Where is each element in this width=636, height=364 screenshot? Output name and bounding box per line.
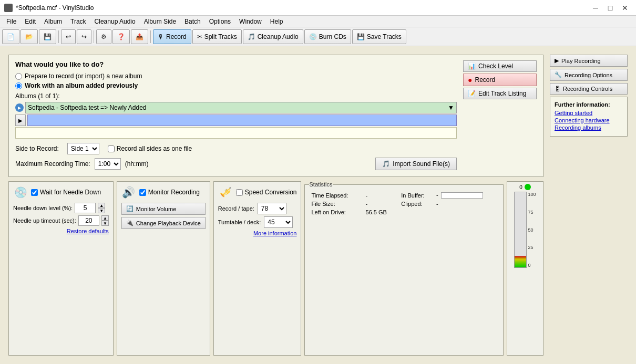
album-row-3 bbox=[15, 127, 457, 139]
record-tab-button[interactable]: 🎙 Record bbox=[153, 29, 191, 44]
albums-section: Albums (1 of 1): ▶ Softpedia - Softpedia… bbox=[15, 92, 457, 139]
menu-window[interactable]: Window bbox=[235, 16, 266, 27]
menu-options[interactable]: Options bbox=[205, 16, 235, 27]
needle-panel: 💿 Wait for Needle Down Needle down level… bbox=[8, 181, 114, 356]
recording-controls-button[interactable]: 🎛 Recording Controls bbox=[550, 83, 628, 95]
getting-started-link[interactable]: Getting started bbox=[555, 110, 623, 116]
record-all-sides-checkbox[interactable] bbox=[108, 145, 115, 152]
work-with-radio-option[interactable]: Work with an album added previously bbox=[15, 82, 457, 89]
needle-level-down[interactable]: ▼ bbox=[98, 208, 105, 213]
work-with-label: Work with an album added previously bbox=[25, 82, 138, 89]
monitor-recording-text: Monitor Recording bbox=[148, 189, 200, 196]
wait-needle-label[interactable]: Wait for Needle Down bbox=[31, 189, 101, 196]
record-tab-icon: 🎙 bbox=[158, 33, 164, 40]
needle-timeout-down[interactable]: ▼ bbox=[101, 221, 109, 226]
turntable-select[interactable]: 45 33 78 bbox=[264, 216, 293, 228]
main-content: What would you like to do? Prepare to re… bbox=[0, 46, 636, 364]
album-dropdown[interactable]: Softpedia - Softpedia test => Newly Adde… bbox=[25, 102, 457, 113]
action-questions: What would you like to do? Prepare to re… bbox=[15, 60, 457, 171]
minimize-button[interactable]: ─ bbox=[589, 3, 602, 13]
restore-defaults-link[interactable]: Restore defaults bbox=[13, 228, 109, 234]
side-select[interactable]: Side 1 Side 2 bbox=[67, 143, 99, 154]
side-label: Side to Record: bbox=[15, 145, 59, 152]
burn-label: Burn CDs bbox=[319, 33, 346, 40]
edit-track-listing-button[interactable]: 📝 Edit Track Listing bbox=[463, 88, 537, 99]
needle-timeout-up[interactable]: ▲ bbox=[101, 215, 109, 221]
connecting-hardware-link[interactable]: Connecting hardware bbox=[555, 117, 623, 123]
wait-needle-checkbox[interactable] bbox=[31, 189, 38, 196]
recording-options-button[interactable]: 🔧 Recording Options bbox=[550, 69, 628, 81]
monitor-recording-checkbox[interactable] bbox=[139, 189, 146, 196]
change-playback-device-button[interactable]: 🔌 Change Playback Device bbox=[121, 217, 206, 229]
save-button[interactable]: 💾 bbox=[39, 29, 56, 44]
action-title: What would you like to do? bbox=[15, 60, 457, 68]
record-tape-select[interactable]: 78 45 33 bbox=[258, 203, 286, 214]
record-all-sides-text: Record all sides as one file bbox=[117, 145, 192, 152]
menu-album[interactable]: Album bbox=[40, 16, 66, 27]
record-tape-row: Record / tape: 78 45 33 bbox=[218, 203, 297, 214]
undo-button[interactable]: ↩ bbox=[61, 29, 76, 44]
export-button[interactable]: 📤 bbox=[131, 29, 148, 44]
help-button[interactable]: ❓ bbox=[112, 29, 130, 44]
vu-scale-25: 25 bbox=[528, 245, 536, 250]
maximize-button[interactable]: □ bbox=[603, 3, 617, 13]
burn-icon: 💿 bbox=[309, 33, 317, 40]
stats-wrapper: Statistics Time Elapsed: - In Buffer: - bbox=[304, 181, 504, 356]
monitor-panel: 🔊 Monitor Recording 🔄 Monitor Volume 🔌 C… bbox=[117, 181, 210, 356]
menu-album-side[interactable]: Album Side bbox=[140, 16, 180, 27]
burn-cds-button[interactable]: 💿 Burn CDs bbox=[304, 29, 351, 44]
menu-edit[interactable]: Edit bbox=[20, 16, 40, 27]
side-record-row: Side to Record: Side 1 Side 2 Record all… bbox=[15, 141, 457, 157]
monitor-volume-button[interactable]: 🔄 Monitor Volume bbox=[121, 203, 206, 215]
prepare-radio[interactable] bbox=[15, 73, 22, 80]
title-bar: *Softpedia.mcf - VinylStudio ─ □ ✕ bbox=[0, 0, 636, 16]
more-information-link[interactable]: More information bbox=[218, 230, 297, 236]
menu-track[interactable]: Track bbox=[66, 16, 90, 27]
file-size-label: File Size: bbox=[309, 200, 361, 208]
statistics-fieldset: Statistics Time Elapsed: - In Buffer: - bbox=[304, 181, 504, 356]
menu-help[interactable]: Help bbox=[266, 16, 288, 27]
further-info-box: Further information: Getting started Con… bbox=[550, 97, 628, 137]
work-with-radio[interactable] bbox=[15, 82, 22, 89]
speed-conversion-checkbox[interactable] bbox=[236, 189, 243, 196]
close-button[interactable]: ✕ bbox=[618, 3, 632, 13]
wait-needle-text: Wait for Needle Down bbox=[40, 189, 101, 196]
recording-albums-link[interactable]: Recording albums bbox=[555, 124, 623, 131]
needle-level-input[interactable] bbox=[75, 203, 96, 213]
needle-timeout-input[interactable] bbox=[78, 215, 99, 226]
monitor-recording-label[interactable]: Monitor Recording bbox=[139, 189, 200, 196]
check-level-button[interactable]: 📊 Check Level bbox=[463, 60, 537, 72]
turntable-label: Turntable / deck: bbox=[218, 219, 261, 225]
album-row-1: ▶ Softpedia - Softpedia test => Newly Ad… bbox=[15, 102, 457, 113]
cleanup-icon: 🎵 bbox=[248, 33, 255, 40]
menu-file[interactable]: File bbox=[2, 16, 20, 27]
vu-scale-0: 0 bbox=[528, 263, 536, 268]
toolbar-separator-2 bbox=[94, 30, 94, 43]
redo-button[interactable]: ↪ bbox=[77, 29, 91, 44]
needle-level-spinners: ▲ ▼ bbox=[98, 203, 105, 213]
recording-options-label: Recording Options bbox=[565, 72, 612, 78]
split-tracks-button[interactable]: ✂ Split Tracks bbox=[192, 29, 242, 44]
album-nav-button[interactable]: ▶ bbox=[15, 115, 26, 126]
speed-conversion-label[interactable]: Speed Conversion bbox=[236, 189, 297, 196]
record-all-sides-label[interactable]: Record all sides as one file bbox=[108, 145, 192, 152]
import-sound-files-button[interactable]: 🎵 Import Sound File(s) bbox=[375, 158, 457, 170]
settings-button[interactable]: ⚙ bbox=[96, 29, 111, 44]
prepare-radio-option[interactable]: Prepare to record (or import) a new albu… bbox=[15, 72, 457, 80]
toolbar: 📄 📂 💾 ↩ ↪ ⚙ ❓ 📤 🎙 Record ✂ Split Tracks … bbox=[0, 27, 636, 46]
left-drive-label: Left on Drive: bbox=[309, 208, 361, 216]
time-elapsed-label: Time Elapsed: bbox=[309, 191, 361, 200]
new-button[interactable]: 📄 bbox=[2, 29, 19, 44]
menu-cleanup-audio[interactable]: Cleanup Audio bbox=[90, 16, 140, 27]
vu-zero-label: 0 bbox=[519, 184, 522, 190]
needle-level-up[interactable]: ▲ bbox=[98, 203, 105, 208]
max-time-select[interactable]: 1:00 2:00 bbox=[95, 158, 121, 170]
open-button[interactable]: 📂 bbox=[20, 29, 38, 44]
record-button[interactable]: ● Record bbox=[463, 74, 537, 86]
split-label: Split Tracks bbox=[204, 33, 237, 40]
play-recording-button[interactable]: ▶ Play Recording bbox=[550, 55, 628, 67]
bottom-panels: 💿 Wait for Needle Down Needle down level… bbox=[8, 181, 543, 356]
cleanup-audio-button[interactable]: 🎵 Cleanup Audio bbox=[243, 29, 303, 44]
menu-batch[interactable]: Batch bbox=[180, 16, 205, 27]
save-tracks-button[interactable]: 💾 Save Tracks bbox=[352, 29, 406, 44]
